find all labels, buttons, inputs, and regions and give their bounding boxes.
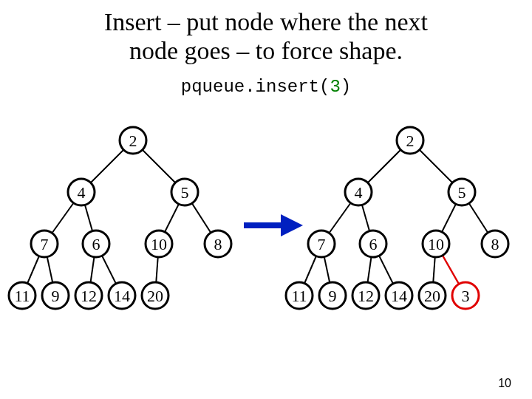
tree-node-inserted: 3 <box>452 282 479 309</box>
code-call: pqueue.insert(3) <box>0 77 532 97</box>
tree-node: 2 <box>397 127 423 154</box>
node-label: 4 <box>355 183 363 202</box>
code-arg: 3 <box>330 77 340 97</box>
node-label: 12 <box>358 287 374 305</box>
tree-node: 6 <box>83 231 109 257</box>
tree-node: 9 <box>319 282 346 309</box>
node-label: 3 <box>462 287 470 305</box>
svg-marker-13 <box>281 214 303 236</box>
open-paren: ( <box>319 77 330 97</box>
code-prefix: pqueue.insert <box>181 77 319 97</box>
tree-node: 12 <box>352 282 379 309</box>
trees-diagram: 2 4 5 7 6 10 8 11 9 12 14 20 2 4 5 7 6 1… <box>0 111 532 362</box>
node-label: 14 <box>391 287 407 305</box>
slide-number: 10 <box>498 377 511 390</box>
node-label: 6 <box>369 235 378 253</box>
tree-node: 6 <box>360 231 386 257</box>
node-label: 7 <box>41 235 49 253</box>
node-label: 10 <box>151 235 167 253</box>
node-label: 7 <box>318 235 326 253</box>
tree-node: 10 <box>423 231 449 257</box>
tree-node: 5 <box>171 179 198 205</box>
slide-title: Insert – put node where the next node go… <box>0 7 532 65</box>
tree-node: 5 <box>449 179 475 205</box>
tree-node: 11 <box>286 282 313 309</box>
node-label: 2 <box>406 132 415 150</box>
tree-node: 4 <box>345 179 372 205</box>
node-label: 5 <box>458 183 466 202</box>
node-label: 20 <box>147 287 163 305</box>
tree-node: 4 <box>68 179 95 205</box>
arrow-icon <box>244 214 303 236</box>
node-label: 9 <box>52 287 60 305</box>
node-label: 5 <box>181 183 189 202</box>
title-line-2: node goes – to force shape. <box>129 37 403 64</box>
tree-node: 8 <box>482 231 508 257</box>
tree-node: 20 <box>419 282 446 309</box>
tree-node: 7 <box>31 231 58 257</box>
node-label: 11 <box>14 287 30 305</box>
node-label: 4 <box>78 183 86 202</box>
node-label: 2 <box>129 132 137 150</box>
node-label: 10 <box>428 235 444 253</box>
tree-node: 11 <box>9 282 35 309</box>
node-label: 11 <box>291 287 307 305</box>
tree-node: 8 <box>205 231 231 257</box>
node-label: 8 <box>491 235 499 253</box>
tree-node: 12 <box>75 282 102 309</box>
tree-node: 10 <box>146 231 172 257</box>
tree-node: 20 <box>142 282 168 309</box>
node-label: 9 <box>329 287 337 305</box>
node-label: 20 <box>424 287 440 305</box>
node-label: 14 <box>114 287 130 305</box>
node-label: 12 <box>81 287 97 305</box>
tree-node: 7 <box>308 231 335 257</box>
close-paren: ) <box>341 77 351 97</box>
tree-node: 14 <box>109 282 135 309</box>
tree-node: 14 <box>386 282 412 309</box>
title-line-1: Insert – put node where the next <box>104 8 428 35</box>
tree-node: 2 <box>120 127 146 154</box>
node-label: 6 <box>92 235 100 253</box>
tree-node: 9 <box>42 282 69 309</box>
node-label: 8 <box>214 235 222 253</box>
